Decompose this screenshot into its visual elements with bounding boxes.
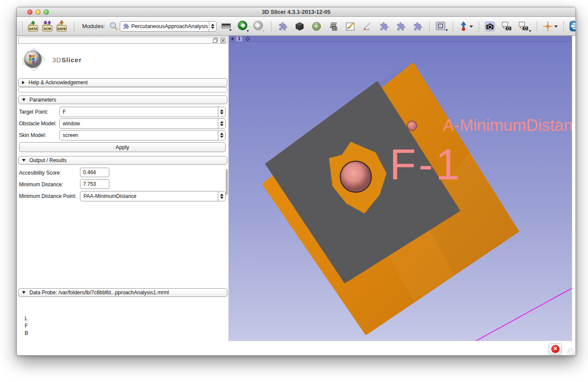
data-probe-section[interactable]: Data Probe: /var/folders/lb/7c6bblfd...p…	[18, 288, 227, 297]
collapse-arrow-icon	[22, 291, 26, 294]
orientation-label-f: F	[25, 323, 28, 329]
combo-stepper[interactable]	[218, 131, 225, 140]
chevron-down-icon	[246, 30, 249, 32]
view-number-badge: 1	[236, 36, 242, 41]
module-selector-stepper[interactable]	[209, 22, 216, 31]
zoom-window-button[interactable]	[44, 10, 49, 15]
window-title: 3D Slicer 4.3.1-2013-12-05	[262, 9, 331, 15]
orientation-label-b: B	[25, 330, 28, 336]
main-toolbar: DATA DCM SAVE Modules:	[17, 17, 575, 36]
module-puzzle-icon	[122, 22, 130, 30]
minimum-distance-field[interactable]: 7.753	[80, 179, 109, 189]
up-arrow-icon	[48, 21, 51, 25]
chevron-down-icon	[554, 25, 558, 28]
module-shortcut-puzzle-2[interactable]	[379, 21, 389, 32]
threed-scene[interactable]: F-1 A-MinimumDistance	[229, 42, 572, 341]
viewport-header-bar[interactable]: 1	[229, 36, 572, 42]
panel-scrollbar-thumb[interactable]	[226, 169, 228, 195]
bottom-strip: ✕	[17, 341, 575, 356]
pin-icon[interactable]	[231, 37, 233, 41]
help-acknowledgement-section[interactable]: Help & Acknowledgement	[18, 78, 227, 87]
view-controls-icon[interactable]	[245, 36, 250, 41]
module-shortcut-models[interactable]	[311, 21, 322, 32]
toolbar-grip	[453, 21, 454, 32]
toolbar-grip	[563, 21, 565, 32]
scene-view-capture-button[interactable]	[501, 21, 512, 32]
module-shortcut-annotations[interactable]	[362, 21, 372, 32]
title-bar: 3D Slicer 4.3.1-2013-12-05	[17, 7, 575, 17]
minimize-window-button[interactable]	[35, 10, 41, 15]
scene-view-restore-button[interactable]	[518, 21, 532, 32]
module-shortcut-transforms[interactable]	[328, 21, 339, 32]
module-shortcut-puzzle-3[interactable]	[396, 21, 406, 32]
minimum-distance-point-combo[interactable]: PAA-MinimumDistance	[80, 191, 226, 201]
target-point-3d-label: F-1	[390, 140, 462, 188]
minimum-distance-point-label: Minimum Distance Point:	[19, 193, 77, 199]
close-window-button[interactable]	[27, 10, 32, 15]
close-x-icon: ✕	[551, 345, 559, 353]
module-shortcut-puzzle-1[interactable]	[278, 21, 288, 32]
orientation-label-l: L	[25, 315, 28, 322]
toolbar-grip	[271, 21, 272, 32]
save-button[interactable]: SAVE	[56, 20, 67, 32]
toolbar-grip	[429, 21, 431, 32]
collapse-arrow-icon	[22, 159, 26, 162]
history-back-button[interactable]	[237, 20, 250, 32]
minimum-distance-3d-label: A-MinimumDistance	[443, 116, 572, 134]
puzzle-icon	[380, 22, 388, 30]
expand-arrow-icon	[22, 81, 25, 84]
screenshot-button[interactable]	[484, 21, 495, 32]
dcm-folder-label: DCM	[44, 27, 51, 31]
skin-model-label: Skin Model:	[19, 132, 46, 138]
dicom-button[interactable]: DCM	[42, 20, 53, 32]
combo-stepper[interactable]	[218, 107, 225, 117]
chevron-down-icon	[262, 30, 265, 32]
apply-button[interactable]: Apply	[19, 142, 226, 152]
skin-model-combo[interactable]: screen	[59, 130, 226, 140]
place-point-icon	[461, 22, 466, 27]
parameters-section[interactable]: Parameters	[18, 96, 227, 104]
puzzle-icon	[279, 22, 287, 30]
history-forward-button[interactable]	[252, 20, 265, 32]
close-panel-icon[interactable]	[220, 38, 226, 43]
module-shortcut-volume-rendering[interactable]	[294, 21, 305, 32]
modules-label: Modules:	[82, 23, 105, 29]
output-results-section[interactable]: Output / Results	[18, 156, 227, 165]
chevron-down-icon	[470, 25, 473, 28]
module-shortcut-editor[interactable]	[345, 21, 355, 32]
undock-panel-icon[interactable]	[213, 38, 218, 43]
combo-stepper[interactable]	[218, 119, 225, 128]
minimum-distance-label: Minimum Distance:	[19, 181, 63, 188]
module-selector[interactable]: PercutaneousApproachAnalysis	[120, 21, 217, 32]
combo-stepper[interactable]	[218, 191, 225, 201]
module-shortcut-puzzle-4[interactable]	[412, 21, 423, 32]
scene-frame-icon	[502, 22, 508, 26]
obstacle-model-label: Obstacle Model:	[19, 121, 57, 127]
layout-selector-button[interactable]	[435, 21, 449, 32]
scene-frame-icon	[519, 22, 524, 26]
place-fiducial-button[interactable]	[458, 21, 475, 32]
load-data-button[interactable]: DATA	[27, 20, 39, 32]
save-folder-label: SAVE	[58, 27, 66, 31]
target-point-combo[interactable]: F	[59, 107, 226, 117]
minimum-distance-sphere[interactable]	[407, 121, 417, 131]
collapsed-section-bar	[18, 87, 227, 92]
resize-grip[interactable]	[567, 348, 575, 355]
module-history-menu-button[interactable]	[221, 21, 232, 32]
crosshair-icon	[543, 22, 553, 31]
accessibility-score-field[interactable]: 0.464	[80, 168, 109, 177]
chevron-down-icon	[229, 29, 232, 31]
module-search-icon[interactable]	[109, 22, 118, 31]
error-close-button[interactable]: ✕	[549, 343, 562, 355]
crosshair-button[interactable]	[542, 21, 559, 32]
sphere-icon	[312, 22, 320, 30]
data-folder-label: DATA	[29, 27, 38, 31]
history-gradient-icon	[222, 24, 230, 28]
target-point-sphere[interactable]	[340, 161, 371, 192]
app-window: 3D Slicer 4.3.1-2013-12-05 DATA DCM	[16, 7, 576, 356]
obstacle-model-combo[interactable]: window	[59, 118, 226, 129]
target-point-label: Target Point:	[19, 109, 48, 115]
extensions-manager-button[interactable]	[569, 20, 576, 32]
module-panel: 3DSlicer Help & Acknowledgement Paramete…	[17, 36, 229, 341]
threed-viewport[interactable]: 1	[229, 36, 572, 341]
